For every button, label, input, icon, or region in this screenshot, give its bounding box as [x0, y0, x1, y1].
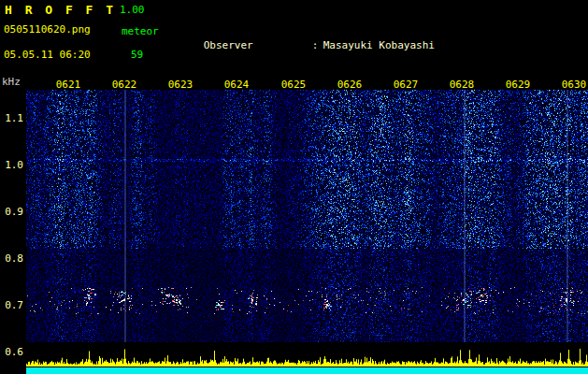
- hrofft-screen: H R O F F T 1.00 0505110620.png meteor 0…: [0, 0, 588, 374]
- y-tick-0-9: 0.9: [1, 206, 23, 218]
- info-value: Masayuki Kobayashi: [323, 39, 435, 51]
- y-tick-0-7: 0.7: [1, 299, 23, 311]
- spectrogram-canvas: [26, 90, 588, 342]
- info-label: Observer: [204, 39, 312, 51]
- mode-label: meteor: [122, 25, 159, 37]
- info-colon: :: [312, 39, 323, 51]
- y-tick-1-1: 1.1: [1, 112, 23, 124]
- power-strip-canvas: [26, 344, 588, 367]
- y-tick-0-6: 0.6: [1, 346, 23, 358]
- y-axis-unit: kHz: [2, 76, 21, 88]
- y-tick-1-0: 1.0: [1, 159, 23, 171]
- seconds-counter: 59: [131, 49, 143, 61]
- y-tick-0-8: 0.8: [1, 252, 23, 265]
- info-row: Observer:Masayuki Kobayashi: [166, 27, 588, 64]
- datetime-label: 05.05.11 06:20: [4, 49, 91, 61]
- app-title: H R O F F T: [5, 3, 116, 17]
- time-scale-bar: [26, 367, 588, 374]
- app-version: 1.00: [120, 4, 145, 16]
- output-filename: 0505110620.png: [4, 23, 91, 36]
